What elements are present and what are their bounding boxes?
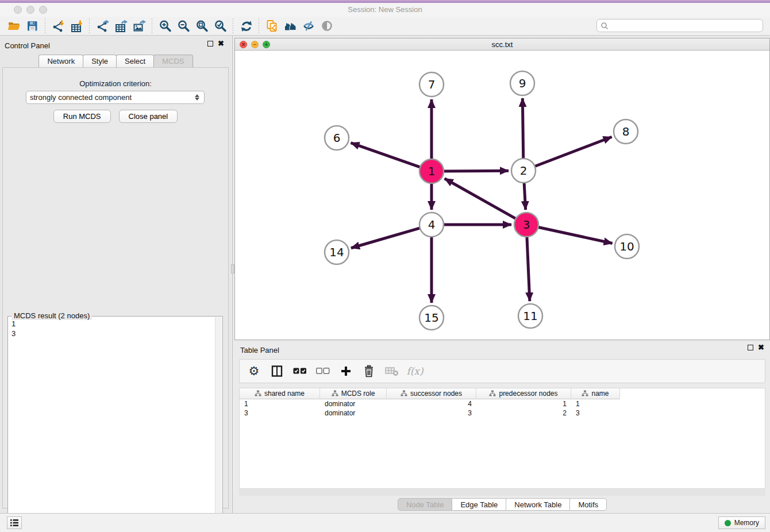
tab-network[interactable]: Network	[38, 55, 83, 67]
delete-table-button	[384, 364, 399, 379]
status-bar: Memory	[0, 513, 770, 532]
node-2-label: 2	[520, 164, 528, 178]
table-cell[interactable]: 1	[476, 399, 571, 408]
table-cell[interactable]: dominator	[320, 408, 387, 418]
edge-2-9[interactable]	[522, 98, 523, 160]
settings-button[interactable]: ⚙	[247, 364, 261, 379]
hide-selected-button[interactable]	[299, 18, 318, 34]
network-window-titlebar[interactable]: × − + scc.txt	[235, 38, 769, 51]
column-header-name[interactable]: name	[571, 388, 620, 399]
tab-node-table[interactable]: Node Table	[398, 498, 453, 511]
table-cell[interactable]: 3	[240, 408, 320, 418]
node-11-label: 11	[523, 309, 537, 323]
edge-1-6[interactable]	[351, 143, 422, 168]
toolbar-separator	[152, 18, 152, 33]
column-header-predecessor-nodes[interactable]: predecessor nodes	[476, 388, 571, 399]
export-image-button[interactable]	[130, 18, 148, 34]
delete-column-button[interactable]	[361, 364, 376, 379]
zoom-selected-button[interactable]	[211, 18, 229, 34]
memory-button[interactable]: Memory	[718, 516, 765, 529]
edge-4-14[interactable]	[351, 228, 421, 248]
export-table-button[interactable]	[111, 18, 130, 34]
column-label: predecessor nodes	[499, 390, 557, 398]
import-table-button[interactable]	[67, 18, 86, 34]
table-cell[interactable]: 3	[571, 408, 620, 418]
tab-motifs[interactable]: Motifs	[570, 498, 607, 511]
close-table-panel-icon[interactable]: ✖	[758, 345, 764, 350]
control-panel-window-controls: ✖	[207, 41, 224, 47]
close-panel-button[interactable]: Close panel	[119, 110, 178, 123]
first-neighbors-icon	[284, 20, 297, 32]
save-session-button[interactable]	[23, 18, 41, 34]
application-window: Session: New Session Control Panel ✖ Net…	[0, 0, 770, 532]
table-cell[interactable]: 1	[571, 399, 620, 408]
column-label: name	[591, 390, 609, 398]
table-tabs: Node TableEdge TableNetwork TableMotifs	[234, 498, 770, 511]
clear-selection-button[interactable]	[315, 364, 330, 379]
close-panel-icon[interactable]: ✖	[218, 41, 224, 47]
column-header-shared-name[interactable]: shared name	[240, 388, 320, 399]
search-input[interactable]	[609, 22, 763, 30]
float-panel-icon[interactable]	[207, 41, 213, 47]
table-panel: Table Panel ✖ ⚙f(x) shared nameMCDS role…	[234, 341, 770, 513]
node-7-label: 7	[428, 78, 436, 91]
copy-style-button[interactable]	[263, 18, 281, 34]
edge-1-2[interactable]	[442, 171, 509, 171]
table-row[interactable]: 1dominator411	[240, 399, 620, 408]
tab-select[interactable]: Select	[116, 55, 154, 67]
search-field[interactable]	[596, 19, 763, 32]
columns-button[interactable]	[270, 364, 284, 379]
zoom-in-icon	[159, 20, 172, 32]
open-file-button[interactable]	[5, 18, 23, 34]
table-cell[interactable]: 2	[476, 408, 571, 418]
select-all-button[interactable]	[292, 364, 307, 379]
show-panels-button[interactable]	[7, 516, 22, 529]
zoom-out-button[interactable]	[174, 18, 192, 34]
node-6-label: 6	[333, 131, 341, 145]
column-label: successor nodes	[410, 390, 462, 398]
criterion-dropdown-value: strongly connected component	[30, 93, 132, 102]
table-cell[interactable]: dominator	[320, 399, 387, 408]
float-table-panel-icon[interactable]	[748, 345, 753, 350]
table-cell[interactable]: 1	[240, 399, 320, 408]
import-network-button[interactable]	[49, 18, 67, 34]
node-4-label: 4	[428, 218, 436, 232]
table-cell[interactable]: 4	[387, 399, 476, 408]
toolbar-separator	[45, 18, 45, 33]
column-header-successor-nodes[interactable]: successor nodes	[387, 388, 476, 399]
show-all-button[interactable]	[318, 18, 336, 34]
edge-2-8[interactable]	[534, 137, 612, 167]
zoom-in-button[interactable]	[156, 18, 174, 34]
control-panel-title: Control Panel	[5, 41, 50, 50]
table-panel-window-controls: ✖	[748, 345, 764, 350]
network-view-window: × − + scc.txt 7968124314101511	[234, 38, 770, 340]
table-cell[interactable]: 3	[387, 408, 476, 418]
edge-3-10[interactable]	[537, 227, 613, 243]
table-row[interactable]: 3dominator323	[240, 408, 620, 418]
mcds-result-text[interactable]: 1 3	[11, 319, 214, 531]
memory-label: Memory	[734, 519, 759, 527]
criterion-dropdown[interactable]: strongly connected component	[26, 91, 205, 104]
edge-3-11[interactable]	[527, 236, 530, 301]
first-neighbors-button[interactable]	[281, 18, 299, 34]
node-table[interactable]: shared nameMCDS rolesuccessor nodesprede…	[239, 388, 765, 489]
export-network-button[interactable]	[93, 18, 111, 34]
network-graph-canvas[interactable]: 7968124314101511	[235, 51, 769, 340]
list-icon	[10, 519, 19, 527]
run-mcds-button[interactable]: Run MCDS	[53, 110, 111, 123]
tab-style[interactable]: Style	[83, 55, 117, 67]
column-header-MCDS-role[interactable]: MCDS role	[320, 388, 387, 399]
tab-mcds[interactable]: MCDS	[153, 55, 192, 67]
node-15-label: 15	[424, 311, 438, 325]
table-scroll-strip[interactable]	[239, 489, 765, 496]
refresh-button[interactable]	[237, 18, 255, 34]
zoom-fit-button[interactable]	[192, 18, 211, 34]
tab-edge-table[interactable]: Edge Table	[452, 498, 506, 511]
result-scrollbar[interactable]	[215, 317, 222, 532]
add-column-button[interactable]	[338, 364, 353, 379]
tab-network-table[interactable]: Network Table	[506, 498, 570, 511]
edge-2-3[interactable]	[524, 182, 526, 210]
import-network-icon	[52, 20, 65, 32]
edge-3-1[interactable]	[445, 179, 517, 219]
table-panel-title: Table Panel	[240, 346, 279, 354]
